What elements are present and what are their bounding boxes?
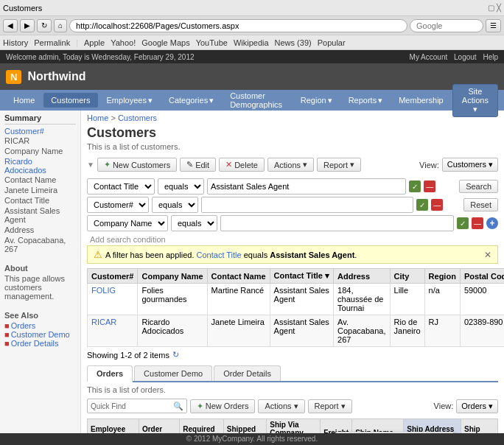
filter-remove-icon-3[interactable]: — — [472, 217, 483, 229]
tab-order-details[interactable]: Order Details — [214, 365, 281, 381]
browser-search[interactable] — [410, 19, 483, 32]
search-button[interactable]: Search — [459, 180, 498, 193]
nav-employees[interactable]: Employees ▾ — [99, 93, 160, 108]
filter-field-2[interactable]: Customer# — [87, 197, 149, 213]
quickfind-search-icon[interactable]: 🔍 — [173, 402, 183, 411]
bookmark-wikipedia[interactable]: Wikipedia — [234, 38, 269, 47]
col-contactname[interactable]: Contact Name — [207, 269, 270, 284]
my-account-link[interactable]: My Account — [410, 53, 448, 61]
bookmark-news[interactable]: News (39) — [275, 38, 312, 47]
customer-id-ricar[interactable]: RICAR — [91, 318, 116, 326]
breadcrumb: Home > Customers — [87, 113, 498, 122]
filter-apply-icon-1[interactable]: ✓ — [409, 181, 421, 192]
filter-field-3[interactable]: Company Name — [87, 215, 168, 231]
sidebar-companyname-value[interactable]: Ricardo Adocicados — [4, 157, 76, 175]
bookmark-history[interactable]: History — [3, 38, 28, 47]
bookmark-apple[interactable]: Apple — [84, 38, 105, 47]
bookmark-permalink[interactable]: Permalink — [34, 38, 70, 47]
col-companyname[interactable]: Company Name — [138, 269, 207, 284]
filter-remove-icon-2[interactable]: — — [431, 199, 443, 211]
col-postal[interactable]: Postal Code — [460, 269, 504, 284]
order-col-required[interactable]: Required Date — [180, 419, 223, 434]
nav-home[interactable]: Home — [6, 93, 42, 108]
browser-title: Customers — [3, 4, 42, 13]
edit-button[interactable]: ✎ Edit — [180, 158, 216, 172]
nav-region[interactable]: Region ▾ — [293, 93, 340, 108]
view-dropdown[interactable]: Customers ▾ — [442, 158, 498, 172]
breadcrumb-customers[interactable]: Customers — [118, 113, 157, 122]
add-filter-icon[interactable]: + — [486, 217, 498, 229]
filter-value-1[interactable] — [207, 178, 406, 195]
sidebar-customernum-label[interactable]: Customer# — [4, 127, 76, 136]
site-logo[interactable]: N — [6, 70, 21, 84]
address-bar[interactable] — [69, 19, 407, 32]
bookmark-googlemaps[interactable]: Google Maps — [141, 38, 189, 47]
bookmark-youtube[interactable]: YouTube — [196, 38, 228, 47]
logout-link[interactable]: Logout — [454, 53, 477, 61]
col-city[interactable]: City — [390, 269, 424, 284]
filter-apply-icon-2[interactable]: ✓ — [416, 199, 428, 211]
customer-id-folig[interactable]: FOLIG — [91, 286, 116, 295]
filter-field-1[interactable]: Contact Title — [87, 178, 155, 195]
city-ricar: Rio de Janeiro — [390, 315, 424, 347]
nav-customers[interactable]: Customers — [43, 93, 97, 108]
help-link[interactable]: Help — [483, 53, 498, 61]
orders-view-dropdown[interactable]: Orders ▾ — [456, 399, 498, 413]
new-customers-button[interactable]: ✦ New Customers — [97, 158, 177, 172]
filter-op-3[interactable]: equals — [171, 215, 217, 231]
sidebar-companyname-label: Company Name — [4, 147, 76, 155]
alert-link[interactable]: Contact Title — [197, 250, 242, 259]
sidebar-orders[interactable]: Orders — [11, 321, 36, 330]
filter-op-1[interactable]: equals — [158, 178, 204, 195]
sidebar-contactname-label: Contact Name — [4, 175, 76, 184]
reset-button[interactable]: Reset — [463, 198, 498, 211]
order-col-orderdate[interactable]: Order Date — [139, 419, 179, 434]
toolbar-collapse[interactable]: ▼ — [87, 161, 94, 169]
col-address[interactable]: Address — [334, 269, 390, 284]
orders-actions-button[interactable]: Actions ▾ — [258, 399, 304, 413]
orders-view-select: View: Orders ▾ — [434, 399, 498, 413]
filter-apply-icon-3[interactable]: ✓ — [457, 217, 469, 229]
bookmark-yahoo[interactable]: Yahoo! — [111, 38, 136, 47]
col-customernum[interactable]: Customer# — [88, 269, 138, 284]
filter-row-3: Company Name equals ✓ — + — [87, 215, 498, 231]
col-contacttitle[interactable]: Contact Title ▾ — [270, 269, 333, 284]
nav-membership[interactable]: Membership — [391, 93, 451, 108]
page-description: This is a list of customers. — [87, 142, 498, 151]
refresh-button[interactable]: ↻ — [37, 19, 52, 32]
tab-customer-demo[interactable]: Customer Demo — [134, 365, 212, 381]
bookmark-popular[interactable]: Popular — [318, 38, 346, 47]
filter-remove-icon-1[interactable]: — — [424, 181, 435, 192]
sidebar-orderdetails[interactable]: Order Details — [11, 339, 59, 348]
report-button[interactable]: Report ▾ — [317, 158, 361, 172]
dropdown-smallest-on-top[interactable]: ↑↓ Smallest on Top — [337, 432, 453, 433]
alert-close-button[interactable]: ✕ — [484, 250, 491, 260]
new-orders-button[interactable]: ✦ New Orders — [190, 399, 256, 413]
sidebar-address-value: Av. Copacabana, 267 — [4, 236, 76, 253]
order-col-employee[interactable]: Employee Last Name — [88, 419, 139, 434]
filter-value-2[interactable] — [201, 197, 413, 213]
nav-categories[interactable]: Categories ▾ — [161, 93, 221, 108]
browser-controls: ◀ ▶ ↻ ⌂ ☰ — [0, 16, 504, 35]
filter-value-3[interactable] — [220, 215, 454, 231]
order-col-shipcity[interactable]: Ship City ▾ — [461, 419, 498, 434]
order-col-shipvia[interactable]: Ship Via Company Name — [267, 419, 321, 434]
orders-report-button[interactable]: Report ▾ — [308, 399, 352, 413]
order-col-shipped[interactable]: Shipped Date — [223, 419, 266, 434]
sidebar-customerdemo[interactable]: Customer Demo — [11, 330, 70, 339]
home-button[interactable]: ⌂ — [54, 19, 67, 32]
nav-customer-demographics[interactable]: Customer Demographics — [223, 88, 292, 112]
quickfind-input[interactable] — [127, 402, 172, 410]
forward-button[interactable]: ▶ — [20, 19, 35, 32]
customers-refresh[interactable]: ↻ — [172, 350, 179, 360]
tab-orders[interactable]: Orders — [87, 365, 133, 382]
add-condition-link[interactable]: Add search condition — [87, 234, 498, 245]
actions-button[interactable]: Actions ▾ — [267, 158, 314, 172]
col-region[interactable]: Region — [424, 269, 460, 284]
breadcrumb-home[interactable]: Home — [87, 113, 108, 122]
delete-button[interactable]: ✕ Delete — [219, 158, 265, 172]
filter-op-2[interactable]: equals — [152, 197, 198, 213]
nav-reports[interactable]: Reports ▾ — [341, 93, 391, 108]
settings-button[interactable]: ☰ — [486, 19, 501, 32]
back-button[interactable]: ◀ — [3, 19, 18, 32]
